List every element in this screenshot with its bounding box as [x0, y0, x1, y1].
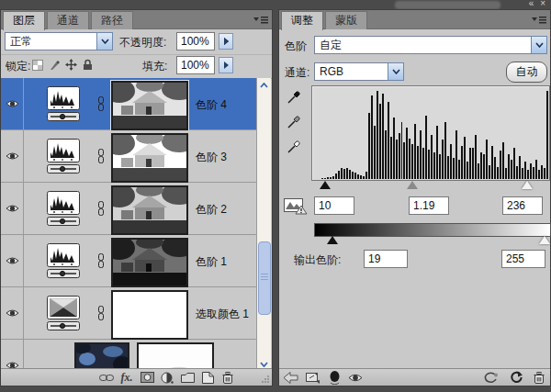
lock-paint-icon[interactable] [49, 60, 60, 71]
adjustments-panel: 调整 蒙版 色阶 自定 通道: RGB 自动 [278, 9, 551, 386]
layer-mask-thumbnail[interactable] [137, 342, 214, 371]
lock-position-icon[interactable] [65, 59, 77, 71]
output-levels-label: 输出色阶: [294, 252, 341, 268]
mask-link-icon[interactable] [96, 96, 106, 111]
chevron-down-icon[interactable] [96, 32, 113, 50]
levels-adjustment-thumbnail[interactable] [47, 139, 80, 174]
layer-row-background-photo[interactable] [1, 340, 259, 371]
toggle-visibility-eye-icon[interactable] [348, 373, 363, 383]
lock-label: 锁定: [6, 59, 30, 74]
tab-layers[interactable]: 图层 [3, 11, 45, 30]
reset-icon[interactable] [510, 371, 523, 384]
shadow-input-field[interactable] [314, 196, 354, 215]
visibility-eye-icon[interactable] [6, 151, 19, 161]
output-levels-row: 输出色阶: [279, 247, 550, 271]
layer-row-levels-4[interactable]: 色阶 4 [1, 78, 259, 130]
opacity-label: 不透明度: [119, 35, 166, 50]
fill-slider-arrow-icon[interactable] [219, 57, 233, 73]
levels-adjustment-thumbnail[interactable] [47, 86, 80, 121]
collapse-panels-icon[interactable]: « [529, 0, 536, 8]
mask-link-icon[interactable] [96, 306, 106, 320]
panel-menu-icon[interactable] [253, 15, 268, 24]
photo-thumbnail[interactable] [74, 342, 129, 371]
shadow-input-slider[interactable] [320, 181, 331, 189]
visibility-eye-icon[interactable] [6, 204, 19, 213]
channel-row: 通道: RGB 自动 [279, 60, 550, 85]
fill-input[interactable]: 100% [176, 56, 215, 74]
auto-button[interactable]: 自动 [506, 62, 547, 83]
channel-select[interactable]: RGB [314, 62, 404, 81]
output-high-field[interactable] [501, 250, 545, 268]
gray-point-eyedropper-icon[interactable] [287, 114, 302, 129]
highlight-input-field[interactable] [502, 196, 543, 215]
view-previous-state-icon[interactable] [484, 372, 499, 384]
layer-row-levels-1[interactable]: 色阶 1 [1, 235, 259, 287]
visibility-eye-icon[interactable] [6, 99, 19, 108]
tab-masks[interactable]: 蒙版 [325, 11, 367, 29]
clip-to-layer-icon[interactable] [329, 371, 341, 385]
tab-paths[interactable]: 路径 [91, 11, 133, 29]
delete-layer-icon[interactable] [218, 370, 238, 385]
resize-grip[interactable] [262, 375, 270, 383]
layer-row-levels-3[interactable]: 色阶 3 [1, 130, 259, 183]
mask-link-icon[interactable] [96, 149, 106, 163]
layer-name: 色阶 1 [196, 254, 227, 270]
new-layer-icon[interactable] [197, 370, 218, 385]
new-group-icon[interactable] [177, 370, 197, 385]
scrollbar-thumb[interactable] [258, 241, 271, 315]
levels-adjustment-thumbnail[interactable] [47, 243, 80, 278]
layer-style-icon[interactable]: fx. [117, 370, 137, 385]
close-panel-icon[interactable]: × [540, 0, 547, 8]
lock-all-icon[interactable] [83, 59, 93, 71]
delete-adjustment-icon[interactable] [534, 372, 545, 384]
blend-opacity-row: 正常 不透明度: 100% [1, 29, 272, 55]
layers-scrollbar[interactable] [256, 78, 271, 371]
link-layers-icon[interactable] [96, 370, 117, 385]
opacity-slider-arrow-icon[interactable] [219, 33, 233, 50]
layer-name: 色阶 3 [196, 150, 227, 165]
layer-name: 色阶 4 [196, 97, 227, 113]
levels-title: 色阶 [285, 39, 307, 54]
eyedropper-column [287, 89, 302, 154]
levels-adjustment-thumbnail[interactable] [47, 191, 80, 226]
blend-mode-select[interactable]: 正常 [5, 32, 113, 50]
output-highlight-slider[interactable] [539, 236, 550, 244]
midtone-input-field[interactable] [409, 196, 449, 215]
add-layer-mask-icon[interactable] [137, 370, 157, 385]
opacity-input[interactable]: 100% [176, 32, 215, 50]
visibility-eye-icon[interactable] [6, 256, 19, 265]
new-adjustment-layer-icon[interactable] [157, 370, 177, 385]
output-gradient-bar[interactable] [314, 223, 551, 237]
layer-mask-thumbnail[interactable] [111, 133, 188, 183]
return-to-adjustment-list-icon[interactable] [283, 372, 298, 384]
layers-bottom-bar: fx. [1, 368, 272, 386]
tab-channels[interactable]: 通道 [47, 11, 89, 29]
channel-value: RGB [314, 62, 388, 81]
output-low-field[interactable] [364, 250, 408, 268]
levels-histogram[interactable] [311, 85, 550, 181]
tab-adjustments[interactable]: 调整 [281, 11, 323, 30]
highlight-input-slider[interactable] [522, 181, 533, 189]
lock-transparency-icon[interactable] [32, 60, 43, 71]
expanded-view-icon[interactable] [306, 371, 321, 384]
layer-mask-thumbnail[interactable] [111, 185, 188, 235]
black-point-eyedropper-icon[interactable] [287, 89, 302, 105]
white-point-eyedropper-icon[interactable] [287, 139, 302, 154]
chevron-down-icon[interactable] [388, 62, 404, 81]
mask-link-icon[interactable] [96, 201, 106, 216]
layer-mask-thumbnail[interactable] [111, 290, 188, 340]
visibility-eye-icon[interactable] [6, 308, 19, 318]
chevron-down-icon[interactable] [531, 36, 547, 54]
layer-mask-thumbnail[interactable] [111, 238, 188, 287]
output-shadow-slider[interactable] [327, 236, 338, 244]
scroll-up-icon[interactable] [257, 78, 271, 92]
layer-mask-thumbnail[interactable] [111, 81, 188, 130]
histogram-warning-icon[interactable] [284, 196, 308, 215]
midtone-input-slider[interactable] [407, 181, 418, 189]
mask-link-icon[interactable] [96, 253, 106, 268]
layer-row-selective-color[interactable]: 选取颜色 1 [1, 287, 259, 340]
selective-color-thumbnail[interactable] [47, 296, 80, 330]
layer-row-levels-2[interactable]: 色阶 2 [1, 183, 259, 235]
preset-select[interactable]: 自定 [314, 36, 547, 54]
panel-menu-icon[interactable] [532, 15, 546, 24]
